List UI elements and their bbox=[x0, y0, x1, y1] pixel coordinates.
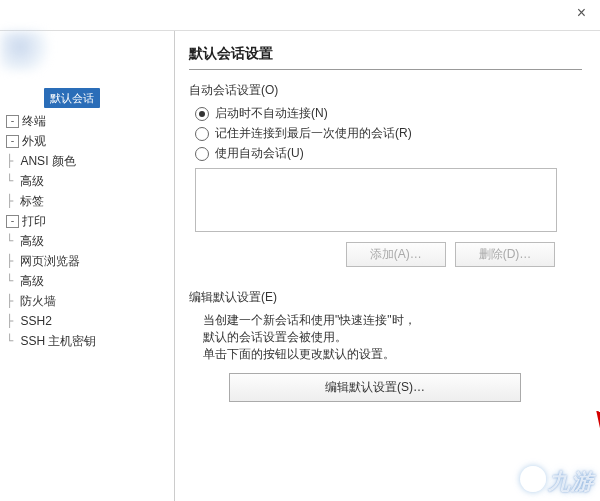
auto-session-listbox[interactable] bbox=[195, 168, 557, 232]
radio-label: 记住并连接到最后一次使用的会话(R) bbox=[215, 125, 412, 142]
edit-defaults-group: 编辑默认设置(E) 当创建一个新会话和使用"快速连接"时， 默认的会话设置会被使… bbox=[189, 289, 582, 402]
tree-item-advanced-2[interactable]: └ 高级 bbox=[6, 231, 170, 251]
category-tree[interactable]: 默认会话 -终端 -外观 ├ ANSI 颜色 └ 高级 ├ 标签 -打印 └ 高… bbox=[6, 87, 170, 351]
edit-defaults-description: 当创建一个新会话和使用"快速连接"时， 默认的会话设置会被使用。 单击下面的按钮… bbox=[203, 312, 582, 363]
tree-item-advanced-3[interactable]: └ 高级 bbox=[6, 271, 170, 291]
radio-icon bbox=[195, 147, 209, 161]
listbox-button-row: 添加(A)… 删除(D)… bbox=[195, 242, 555, 267]
radio-no-auto-connect[interactable]: 启动时不自动连接(N) bbox=[195, 105, 582, 122]
add-button: 添加(A)… bbox=[346, 242, 446, 267]
tree-item-tabs[interactable]: ├ 标签 bbox=[6, 191, 170, 211]
close-icon[interactable]: × bbox=[577, 4, 586, 22]
tree-item-appearance[interactable]: -外观 bbox=[6, 131, 170, 151]
tree-item-printing[interactable]: -打印 bbox=[6, 211, 170, 231]
tree-item-ssh2[interactable]: ├ SSH2 bbox=[6, 311, 170, 331]
titlebar: × bbox=[0, 0, 600, 31]
radio-icon bbox=[195, 127, 209, 141]
radio-remember-last[interactable]: 记住并连接到最后一次使用的会话(R) bbox=[195, 125, 582, 142]
decorative-blur bbox=[0, 31, 50, 71]
radio-label: 启动时不自动连接(N) bbox=[215, 105, 328, 122]
panel-title: 默认会话设置 bbox=[189, 45, 582, 70]
tree-item-advanced-1[interactable]: └ 高级 bbox=[6, 171, 170, 191]
dialog-body: 默认会话 -终端 -外观 ├ ANSI 颜色 └ 高级 ├ 标签 -打印 └ 高… bbox=[0, 31, 600, 501]
tree-item-terminal[interactable]: -终端 bbox=[6, 111, 170, 131]
radio-use-auto-session[interactable]: 使用自动会话(U) bbox=[195, 145, 582, 162]
radio-label: 使用自动会话(U) bbox=[215, 145, 304, 162]
radio-icon bbox=[195, 107, 209, 121]
tree-item-selected[interactable]: 默认会话 bbox=[44, 88, 100, 108]
delete-button: 删除(D)… bbox=[455, 242, 555, 267]
edit-defaults-label: 编辑默认设置(E) bbox=[189, 289, 582, 306]
dialog-window: × 默认会话 -终端 -外观 ├ ANSI 颜色 └ 高级 ├ 标签 -打印 └… bbox=[0, 0, 600, 501]
tree-item-ssh-host-keys[interactable]: └ SSH 主机密钥 bbox=[6, 331, 170, 351]
tree-item-ansi-colors[interactable]: ├ ANSI 颜色 bbox=[6, 151, 170, 171]
auto-session-group-label: 自动会话设置(O) bbox=[189, 82, 582, 99]
edit-defaults-button[interactable]: 编辑默认设置(S)… bbox=[229, 373, 521, 402]
tree-item-web-browser[interactable]: ├ 网页浏览器 bbox=[6, 251, 170, 271]
tree-item-firewall[interactable]: ├ 防火墙 bbox=[6, 291, 170, 311]
category-tree-pane: 默认会话 -终端 -外观 ├ ANSI 颜色 └ 高级 ├ 标签 -打印 └ 高… bbox=[0, 31, 175, 501]
settings-panel: 默认会话设置 自动会话设置(O) 启动时不自动连接(N) 记住并连接到最后一次使… bbox=[175, 31, 600, 501]
